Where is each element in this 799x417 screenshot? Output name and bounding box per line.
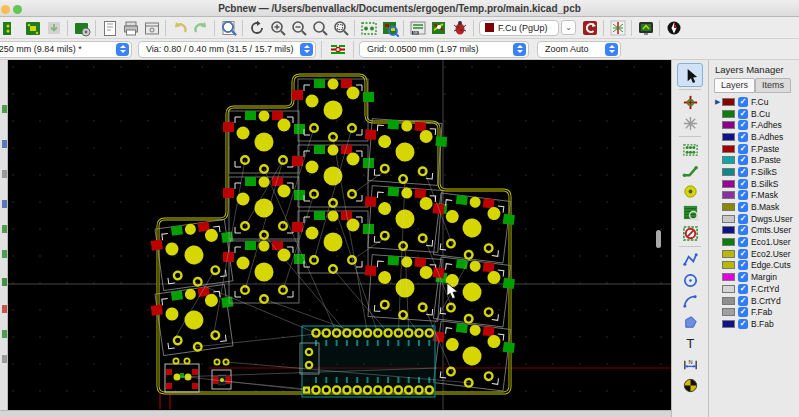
board-inspect-icon[interactable] [379, 18, 400, 38]
layer-visibility-checkbox[interactable]: ✓ [738, 167, 748, 177]
local-ratsnest-tool-icon[interactable] [677, 113, 703, 134]
layer-row-b-adhes[interactable]: ✓B.Adhes [709, 131, 799, 143]
layer-row-b-silks[interactable]: ✓B.SilkS [709, 178, 799, 190]
tab-layers[interactable]: Layers [714, 78, 755, 93]
net-inspect-icon[interactable]: NET [407, 18, 428, 38]
layer-visibility-checkbox[interactable]: ✓ [738, 179, 748, 189]
layer-row-b-mask[interactable]: ✓B.Mask [709, 201, 799, 213]
layer-color-swatch[interactable] [722, 320, 735, 328]
layer-row-b-crtyd[interactable]: ✓B.CrtYd [709, 295, 799, 307]
layer-row-f-cu[interactable]: ▶✓F.Cu [709, 96, 799, 108]
layer-row-eco2-user[interactable]: ✓Eco2.User [709, 248, 799, 260]
layer-row-margin[interactable]: ✓Margin [709, 271, 799, 283]
layer-color-swatch[interactable] [722, 273, 735, 281]
layer-row-dwgs-user[interactable]: ✓Dwgs.User [709, 213, 799, 225]
route-track-tool-icon[interactable] [677, 160, 703, 181]
text-tool-icon[interactable]: T [677, 333, 703, 354]
print-icon[interactable] [120, 18, 141, 38]
zoom-in-icon[interactable] [267, 18, 288, 38]
pcb-partial-icon[interactable] [1, 18, 22, 38]
layer-visibility-checkbox[interactable]: ✓ [738, 319, 748, 329]
layer-visibility-checkbox[interactable]: ✓ [738, 202, 748, 212]
polygon-tool-icon[interactable] [677, 312, 703, 333]
footprint-tool-icon[interactable] [677, 139, 703, 160]
layer-row-f-mask[interactable]: ✓F.Mask [709, 190, 799, 202]
layer-visibility-checkbox[interactable]: ✓ [738, 296, 748, 306]
layer-visibility-checkbox[interactable]: ✓ [738, 214, 748, 224]
pedal-icon[interactable] [663, 18, 684, 38]
active-layer-select[interactable]: F.Cu (PgUp) [479, 20, 559, 36]
refresh-icon[interactable] [246, 18, 267, 38]
layer-visibility-checkbox[interactable]: ✓ [738, 109, 748, 119]
ratsnest-icon[interactable] [607, 18, 628, 38]
layer-row-b-fab[interactable]: ✓B.Fab [709, 318, 799, 330]
zone-tool-icon[interactable] [677, 202, 703, 223]
layer-color-swatch[interactable] [722, 168, 735, 176]
layer-color-swatch[interactable] [722, 145, 735, 153]
swap-layer-icon[interactable] [579, 18, 600, 38]
layer-color-swatch[interactable] [722, 250, 735, 258]
via-size-select[interactable]: Via: 0.80 / 0.40 mm (31.5 / 15.7 mils) * [138, 41, 316, 58]
layer-visibility-checkbox[interactable]: ✓ [738, 260, 748, 270]
layer-color-swatch[interactable] [722, 133, 735, 141]
layer-color-swatch[interactable] [722, 238, 735, 246]
dimension-tool-icon[interactable]: N [677, 354, 703, 375]
layer-color-swatch[interactable] [722, 308, 735, 316]
tab-items[interactable]: Items [755, 78, 791, 93]
circle-tool-icon[interactable] [677, 270, 703, 291]
minimize-button[interactable] [1, 5, 10, 14]
layer-row-f-crtyd[interactable]: ✓F.CrtYd [709, 283, 799, 295]
arc-tool-icon[interactable] [677, 291, 703, 312]
layer-color-swatch[interactable] [722, 110, 735, 118]
layer-visibility-checkbox[interactable]: ✓ [738, 284, 748, 294]
mcu-footprint[interactable] [302, 326, 435, 397]
undo-icon[interactable] [169, 18, 190, 38]
footprint-mode-icon[interactable] [358, 18, 379, 38]
layer-visibility-checkbox[interactable]: ✓ [738, 132, 748, 142]
layer-visibility-checkbox[interactable]: ✓ [738, 155, 748, 165]
track-width-stepper[interactable] [116, 43, 129, 56]
layer-color-swatch[interactable] [722, 156, 735, 164]
graphic-line-tool-icon[interactable] [677, 249, 703, 270]
redo-icon[interactable] [190, 18, 211, 38]
layer-color-swatch[interactable] [722, 203, 735, 211]
layer-visibility-checkbox[interactable]: ✓ [738, 225, 748, 235]
canvas-scrollbar[interactable] [656, 230, 661, 248]
zoom-select[interactable]: Zoom Auto [537, 41, 621, 58]
find-icon[interactable] [218, 18, 239, 38]
board-setup-icon[interactable] [71, 18, 92, 38]
layer-color-swatch[interactable] [722, 261, 735, 269]
layer-color-swatch[interactable] [722, 180, 735, 188]
plot-icon[interactable] [141, 18, 162, 38]
pcb-canvas[interactable] [8, 60, 671, 410]
via-tool-icon[interactable] [677, 181, 703, 202]
drc-bug-icon[interactable] [449, 18, 470, 38]
page-settings-icon[interactable] [99, 18, 120, 38]
track-width-select[interactable]: Track: 0.250 mm (9.84 mils) * [0, 41, 132, 58]
zoom-stepper[interactable] [605, 43, 618, 56]
layer-row-cmts-user[interactable]: ✓Cmts.User [709, 225, 799, 237]
layer-row-b-paste[interactable]: ✓B.Paste [709, 154, 799, 166]
zoom-selection-icon[interactable] [330, 18, 351, 38]
pcb-drawing[interactable] [8, 60, 671, 410]
zoom-out-icon[interactable] [288, 18, 309, 38]
layer-row-b-cu[interactable]: ✓B.Cu [709, 108, 799, 120]
grid-select[interactable]: Grid: 0.0500 mm (1.97 mils) [359, 41, 529, 58]
save-board-icon[interactable] [43, 18, 64, 38]
layer-visibility-checkbox[interactable]: ✓ [738, 120, 748, 130]
swap-footprint-icon[interactable] [428, 18, 449, 38]
layer-row-f-silks[interactable]: ✓F.SilkS [709, 166, 799, 178]
layer-visibility-checkbox[interactable]: ✓ [738, 237, 748, 247]
layer-visibility-checkbox[interactable]: ✓ [738, 272, 748, 282]
layer-color-swatch[interactable] [722, 121, 735, 129]
new-board-icon[interactable] [22, 18, 43, 38]
layer-row-eco1-user[interactable]: ✓Eco1.User [709, 236, 799, 248]
zoom-window-button[interactable] [13, 5, 22, 14]
layer-visibility-checkbox[interactable]: ✓ [738, 97, 748, 107]
highlight-net-tool-icon[interactable] [677, 92, 703, 113]
keepout-tool-icon[interactable] [677, 223, 703, 244]
origin-target-tool-icon[interactable] [677, 375, 703, 396]
viewer3d-icon[interactable] [635, 18, 656, 38]
layer-visibility-checkbox[interactable]: ✓ [738, 190, 748, 200]
track-via-properties-icon[interactable] [327, 39, 348, 59]
